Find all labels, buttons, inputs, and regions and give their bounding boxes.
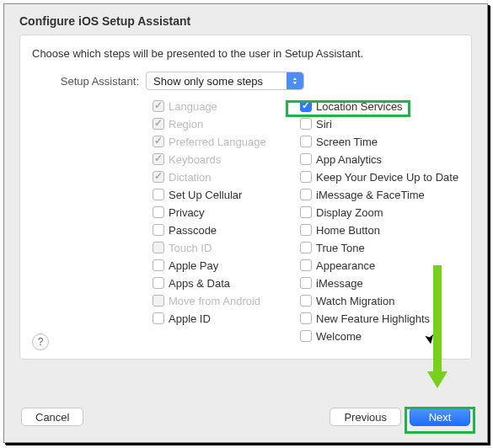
checkbox-row: Region <box>153 116 300 131</box>
checkbox-column-right: Location ServicesSiriScreen TimeApp Anal… <box>300 99 458 344</box>
checkbox-row[interactable]: App Analytics <box>300 152 458 167</box>
checkbox-row[interactable]: Set Up Cellular <box>153 187 300 202</box>
checkbox-label: Keyboards <box>169 153 221 166</box>
checkbox-label: Appearance <box>316 259 375 272</box>
checkbox[interactable] <box>300 189 312 200</box>
selector-label: Setup Assistant: <box>32 75 146 88</box>
checkbox-label: Dictation <box>169 171 212 184</box>
dialog-title: Configure iOS Setup Assistant <box>4 4 487 35</box>
previous-label: Previous <box>344 411 387 424</box>
description-text: Choose which steps will be presented to … <box>32 47 459 60</box>
checkbox-row[interactable]: True Tone <box>300 240 458 255</box>
checkbox[interactable] <box>300 171 312 183</box>
checkbox[interactable] <box>153 189 164 200</box>
checkbox[interactable] <box>300 277 312 289</box>
checkbox <box>153 100 164 112</box>
checkbox-row[interactable]: Home Button <box>300 222 458 237</box>
checkbox-label: Watch Migration <box>316 295 394 307</box>
checkbox-label: Language <box>169 100 217 113</box>
checkbox <box>153 118 164 130</box>
checkbox-row[interactable]: Apple Pay <box>153 258 300 273</box>
checkbox-column-left: LanguageRegionPreferred LanguageKeyboard… <box>153 99 300 344</box>
checkbox <box>153 153 164 165</box>
checkbox[interactable] <box>300 224 312 236</box>
checkbox-row[interactable]: Screen Time <box>300 134 458 149</box>
checkbox[interactable] <box>153 259 164 271</box>
checkbox-label: Apple ID <box>169 312 211 325</box>
checkbox[interactable] <box>153 277 164 289</box>
previous-button[interactable]: Previous <box>330 408 401 426</box>
checkbox-columns: LanguageRegionPreferred LanguageKeyboard… <box>32 99 459 344</box>
checkbox-row[interactable]: New Feature Highlights <box>300 311 458 326</box>
checkbox[interactable] <box>153 312 164 324</box>
checkbox-label: True Tone <box>316 242 365 254</box>
checkbox-label: Siri <box>316 118 332 131</box>
checkbox-row: Language <box>153 99 300 114</box>
checkbox-label: Screen Time <box>316 136 378 148</box>
checkbox <box>153 171 164 183</box>
checkbox-row[interactable]: iMessage & FaceTime <box>300 187 458 202</box>
checkbox-row: Move from Android <box>153 293 300 308</box>
checkbox-row[interactable]: Appearance <box>300 258 458 273</box>
checkbox-label: Preferred Language <box>169 136 266 148</box>
checkbox[interactable] <box>300 118 312 130</box>
help-icon: ? <box>38 336 44 348</box>
checkbox-row[interactable]: Passcode <box>153 222 300 237</box>
checkbox <box>153 295 164 307</box>
checkbox-row: Dictation <box>153 169 300 184</box>
checkbox-row: Keyboards <box>153 152 300 167</box>
checkbox[interactable] <box>300 153 312 165</box>
checkbox-label: Region <box>169 118 203 131</box>
dialog-footer: Cancel Previous Next <box>4 392 487 442</box>
dialog-window: Configure iOS Setup Assistant Choose whi… <box>3 3 488 443</box>
checkbox-row[interactable]: Privacy <box>153 205 300 220</box>
select-value: Show only some steps <box>153 75 263 88</box>
checkbox-label: Apps & Data <box>169 277 230 290</box>
checkbox[interactable] <box>153 224 164 236</box>
checkbox-label: Passcode <box>169 224 217 237</box>
checkbox-label: Display Zoom <box>316 206 383 219</box>
selector-row: Setup Assistant: Show only some steps ▲▼ <box>32 72 459 90</box>
chevron-up-down-icon: ▲▼ <box>287 72 303 89</box>
checkbox[interactable] <box>300 259 312 271</box>
checkbox[interactable] <box>300 100 312 112</box>
checkbox-row[interactable]: Location Services <box>300 99 458 114</box>
checkbox-row[interactable]: iMessage <box>300 275 458 291</box>
checkbox <box>153 242 164 253</box>
checkbox-row: Touch ID <box>153 240 300 255</box>
checkbox-label: New Feature Highlights <box>316 312 430 325</box>
checkbox-label: iMessage & FaceTime <box>316 189 425 201</box>
checkbox[interactable] <box>300 136 312 147</box>
checkbox-row[interactable]: Siri <box>300 116 458 131</box>
content-panel: Choose which steps will be presented to … <box>19 35 472 360</box>
cancel-label: Cancel <box>35 411 69 424</box>
checkbox[interactable] <box>300 206 312 218</box>
checkbox[interactable] <box>300 242 312 253</box>
checkbox-row[interactable]: Watch Migration <box>300 293 458 308</box>
checkbox-label: Move from Android <box>169 295 260 307</box>
checkbox-label: App Analytics <box>316 153 382 166</box>
checkbox-label: Keep Your Device Up to Date <box>316 171 458 184</box>
checkbox-label: Privacy <box>169 206 205 219</box>
checkbox-row[interactable]: Keep Your Device Up to Date <box>300 169 458 184</box>
checkbox[interactable] <box>300 330 312 342</box>
checkbox-label: Touch ID <box>169 242 212 254</box>
next-button[interactable]: Next <box>410 408 470 426</box>
checkbox-label: Home Button <box>316 224 380 237</box>
checkbox[interactable] <box>300 312 312 324</box>
checkbox-label: iMessage <box>316 277 363 290</box>
checkbox-row[interactable]: Apps & Data <box>153 275 300 291</box>
checkbox-row[interactable]: Welcome <box>300 328 458 344</box>
checkbox-row[interactable]: Apple ID <box>153 311 300 326</box>
checkbox[interactable] <box>300 295 312 307</box>
setup-assistant-select[interactable]: Show only some steps ▲▼ <box>146 72 304 90</box>
checkbox-row: Preferred Language <box>153 134 300 149</box>
checkbox[interactable] <box>153 206 164 218</box>
checkbox-label: Welcome <box>316 330 362 343</box>
cancel-button[interactable]: Cancel <box>21 408 83 426</box>
help-button[interactable]: ? <box>32 333 49 350</box>
checkbox-row[interactable]: Display Zoom <box>300 205 458 220</box>
checkbox-label: Location Services <box>316 100 403 113</box>
checkbox-label: Apple Pay <box>169 259 218 272</box>
next-label: Next <box>429 411 452 424</box>
